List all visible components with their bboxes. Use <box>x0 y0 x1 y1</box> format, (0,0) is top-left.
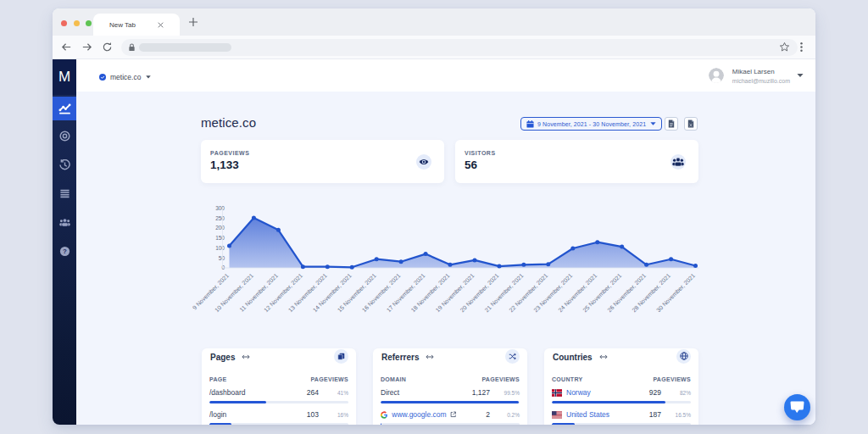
svg-text:300: 300 <box>215 205 225 211</box>
svg-text:150: 150 <box>215 235 225 241</box>
svg-text:?: ? <box>63 248 67 255</box>
svg-text:100: 100 <box>215 245 225 251</box>
svg-text:200: 200 <box>215 225 225 231</box>
svg-text:250: 250 <box>215 215 225 221</box>
svg-text:50: 50 <box>219 255 225 261</box>
